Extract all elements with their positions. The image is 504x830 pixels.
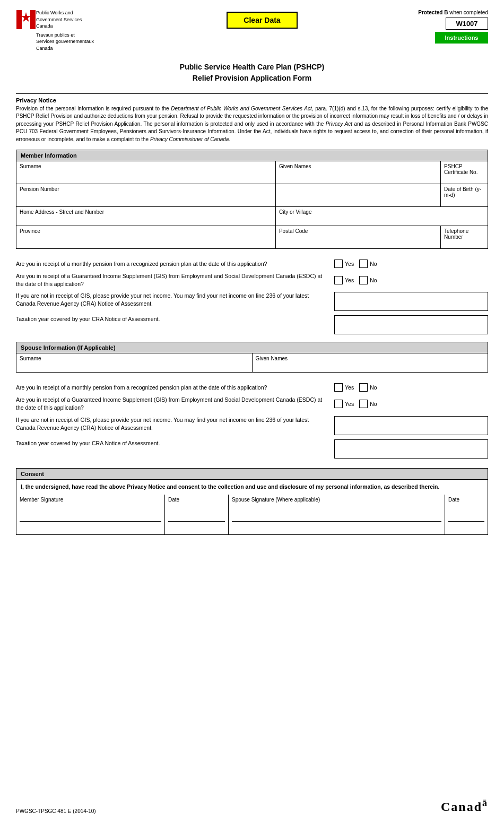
spouse-sig-label: Spouse Signature (Where applicable) — [232, 497, 441, 503]
spouse-q4-row: Taxation year covered by your CRA Notice… — [16, 439, 488, 459]
consent-section: Consent I, the undersigned, have read th… — [16, 468, 488, 535]
member-sig-line — [20, 521, 161, 522]
surname-input[interactable] — [20, 169, 272, 176]
spouse-q1-yes-checkbox[interactable] — [334, 383, 343, 392]
header-right: Protected B when completed W1007 Instruc… — [393, 10, 488, 44]
consent-text: I, the undersigned, have read the above … — [16, 479, 488, 495]
member-q1-no-item: No — [359, 260, 377, 268]
spouse-q2-text: Are you in receipt of a Guaranteed Incom… — [16, 396, 334, 411]
spouse-q2-no-checkbox[interactable] — [359, 400, 368, 408]
member-date-label: Date — [168, 497, 225, 503]
spouse-surname-label: Surname — [20, 356, 249, 361]
table-row: Home Address - Street and Number City or… — [16, 207, 488, 226]
spouse-sig-cell: Spouse Signature (Where applicable) — [229, 495, 445, 534]
privacy-section: Privacy Notice Provision of the personal… — [16, 97, 488, 144]
member-net-income-input[interactable] — [335, 292, 488, 310]
member-q2-no-checkbox[interactable] — [359, 276, 368, 284]
footer-code: PWGSC-TPSGC 481 E (2014-10) — [16, 808, 96, 814]
pshcp-cert-input[interactable] — [444, 175, 484, 181]
spouse-surname-input[interactable] — [20, 361, 249, 368]
member-q1-yes-checkbox[interactable] — [334, 260, 343, 268]
member-q2-yes-item: Yes — [334, 276, 354, 284]
member-q1-no-checkbox[interactable] — [359, 260, 368, 268]
spouse-given-names-cell: Given Names — [252, 353, 488, 373]
spouse-q2-yes-checkbox[interactable] — [334, 400, 343, 408]
member-q2-yes-checkbox[interactable] — [334, 276, 343, 284]
gov-text: Public Works and Government Services Can… — [36, 10, 132, 52]
spouse-q2-row: Are you in receipt of a Guaranteed Incom… — [16, 396, 488, 411]
dob-input[interactable] — [444, 198, 484, 204]
spouse-q1-yes-label: Yes — [345, 384, 354, 391]
svg-rect-1 — [30, 10, 36, 29]
member-q2-yes-label: Yes — [345, 277, 354, 283]
protected-text: Protected B when completed — [418, 10, 488, 15]
member-q4-row: Taxation year covered by your CRA Notice… — [16, 315, 488, 334]
page: Public Works and Government Services Can… — [0, 0, 504, 830]
given-names-input[interactable] — [279, 169, 437, 176]
protected-suffix: when completed — [448, 10, 488, 15]
member-date-line — [168, 521, 225, 522]
spouse-section-header: Spouse Information (If Applicable) — [16, 342, 488, 353]
member-q1-no-label: No — [370, 261, 377, 267]
surname-cell: Surname — [16, 161, 276, 184]
spouse-sig-line — [232, 521, 441, 522]
gov-en-line3: Canada — [36, 23, 53, 29]
member-section: Member Information Surname Given Names P… — [16, 150, 488, 255]
telephone-input[interactable] — [444, 240, 484, 246]
spouse-date-line — [448, 521, 484, 522]
spouse-given-names-input[interactable] — [256, 361, 485, 368]
form-number: W1007 — [446, 18, 488, 30]
spouse-surname-cell: Surname — [16, 353, 253, 373]
spouse-q2-no-label: No — [370, 401, 377, 407]
member-q1-yes-label: Yes — [345, 261, 354, 267]
protected-bold: Protected B — [418, 10, 448, 15]
spouse-q2-yes-label: Yes — [345, 401, 354, 407]
city-label: City or Village — [279, 209, 484, 215]
spouse-date-cell: Date — [445, 495, 488, 534]
clear-data-container: Clear Data — [132, 10, 393, 29]
member-section-header: Member Information — [16, 150, 488, 161]
spouse-tax-year-input[interactable] — [335, 440, 488, 458]
member-q2-no-label: No — [370, 277, 377, 283]
spouse-q1-yn: Yes No — [334, 383, 488, 392]
privacy-italic2: Privacy Act — [326, 121, 352, 127]
spouse-net-income-input[interactable] — [335, 417, 488, 435]
spouse-q1-row: Are you in receipt of a monthly pension … — [16, 383, 488, 392]
spouse-date-label: Date — [448, 497, 484, 503]
privacy-italic1: Department of Public Works and Governmen… — [171, 106, 311, 111]
city-cell: City or Village — [275, 207, 488, 226]
given-names-cell: Given Names — [275, 161, 440, 184]
member-questions: Are you in receipt of a monthly pension … — [16, 255, 488, 342]
spouse-q2-yes-item: Yes — [334, 400, 354, 408]
table-row: Surname Given Names PSHCP Certificate No… — [16, 161, 488, 184]
postal-code-input[interactable] — [279, 234, 437, 240]
home-address-label: Home Address - Street and Number — [20, 209, 272, 215]
spouse-questions: Are you in receipt of a monthly pension … — [16, 379, 488, 465]
spouse-q3-row: If you are not in receipt of GIS, please… — [16, 416, 488, 435]
title-divider — [16, 93, 488, 94]
spouse-q1-no-item: No — [359, 383, 377, 392]
canada-wordmark: Canadā — [441, 798, 488, 814]
province-input[interactable] — [20, 234, 272, 240]
member-q3-text: If you are not in receipt of GIS, please… — [16, 292, 334, 307]
home-address-input[interactable] — [20, 215, 272, 221]
province-cell: Province — [16, 226, 276, 249]
table-row: Pension Number Date of Birth (y-m-d) — [16, 184, 488, 207]
table-row: Province Postal Code Telephone Number — [16, 226, 488, 249]
member-q1-text: Are you in receipt of a monthly pension … — [16, 260, 334, 268]
clear-data-button[interactable]: Clear Data — [227, 12, 297, 29]
member-sig-label: Member Signature — [20, 497, 161, 503]
member-q1-yes-item: Yes — [334, 260, 354, 268]
spouse-tax-year-field — [334, 439, 488, 459]
member-info-table: Surname Given Names PSHCP Certificate No… — [16, 161, 488, 249]
gov-en-line1: Public Works and — [36, 10, 73, 15]
instructions-button[interactable]: Instructions — [435, 32, 488, 44]
city-input[interactable] — [279, 215, 484, 221]
pension-number-input[interactable] — [20, 192, 272, 198]
spouse-q1-text: Are you in receipt of a monthly pension … — [16, 384, 334, 392]
spouse-q1-no-checkbox[interactable] — [359, 383, 368, 392]
gov-fr-line2: Services gouvernementaux — [36, 39, 94, 44]
member-tax-year-input[interactable] — [335, 316, 488, 334]
pension-number-cell: Pension Number — [16, 184, 276, 207]
table-row: Surname Given Names — [16, 353, 488, 373]
